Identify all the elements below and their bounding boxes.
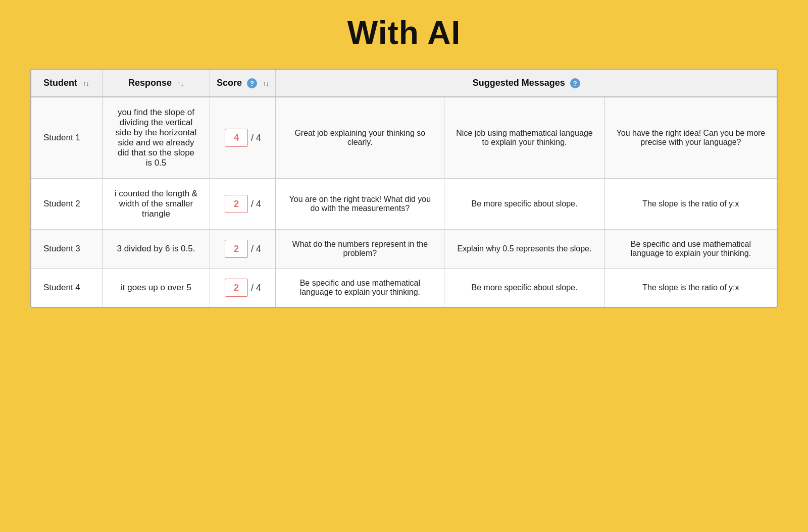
cell-message-4-3[interactable]: The slope is the ratio of y:x [604,269,777,307]
table-row: Student 2i counted the length & width of… [31,179,777,230]
score-box-3: / 4 [225,240,261,258]
cell-message-3-3[interactable]: Be specific and use mathematical languag… [604,230,777,269]
student-sort-icon[interactable]: ↑↓ [83,80,89,87]
cell-student-1: Student 1 [31,97,102,179]
cell-message-3-2[interactable]: Explain why 0.5 represents the slope. [444,230,605,269]
table-row: Student 4it goes up o over 5/ 4Be specif… [31,269,777,307]
cell-message-1-2[interactable]: Nice job using mathematical language to … [444,97,605,179]
cell-message-2-2[interactable]: Be more specific about slope. [444,179,605,230]
cell-student-4: Student 4 [31,269,102,307]
cell-score-4: / 4 [210,269,276,307]
cell-response-3: 3 divided by 6 is 0.5. [102,230,210,269]
cell-student-2: Student 2 [31,179,102,230]
score-denom-2: / 4 [251,199,261,209]
score-box-2: / 4 [225,195,261,213]
cell-message-2-3[interactable]: The slope is the ratio of y:x [604,179,777,230]
cell-message-4-1[interactable]: Be specific and use mathematical languag… [276,269,444,307]
score-denom-4: / 4 [251,283,261,293]
cell-message-1-3[interactable]: You have the right idea! Can you be more… [604,97,777,179]
col-header-score[interactable]: Score ? ↑↓ [210,70,276,97]
col-header-suggested: Suggested Messages ? [276,70,777,97]
score-input-2[interactable] [225,195,248,213]
cell-response-4: it goes up o over 5 [102,269,210,307]
main-table-wrapper: Student ↑↓ Response ↑↓ Score ? ↑↓ Sugges… [30,69,778,308]
page-title: With AI [0,14,808,51]
score-denom-3: / 4 [251,244,261,254]
col-header-student[interactable]: Student ↑↓ [31,70,102,97]
cell-score-1: / 4 [210,97,276,179]
cell-message-3-1[interactable]: What do the numbers represent in the pro… [276,230,444,269]
score-box-1: / 4 [225,129,261,147]
table-row: Student 1you find the slope of dividing … [31,97,777,179]
score-denom-1: / 4 [251,133,261,143]
cell-message-2-1[interactable]: You are on the right track! What did you… [276,179,444,230]
cell-score-2: / 4 [210,179,276,230]
table-body: Student 1you find the slope of dividing … [31,97,777,307]
response-sort-icon[interactable]: ↑↓ [177,80,184,87]
page-header: With AI [0,0,808,64]
cell-student-3: Student 3 [31,230,102,269]
cell-response-2: i counted the length & width of the smal… [102,179,210,230]
score-input-3[interactable] [225,240,248,258]
suggested-info-icon[interactable]: ? [570,78,580,88]
score-input-4[interactable] [225,279,248,297]
cell-message-1-1[interactable]: Great job explaining your thinking so cl… [276,97,444,179]
col-header-response[interactable]: Response ↑↓ [102,70,210,97]
score-box-4: / 4 [225,279,261,297]
cell-score-3: / 4 [210,230,276,269]
score-input-1[interactable] [225,129,248,147]
table-header-row: Student ↑↓ Response ↑↓ Score ? ↑↓ Sugges… [31,70,777,97]
cell-message-4-2[interactable]: Be more specific about slope. [444,269,605,307]
main-table: Student ↑↓ Response ↑↓ Score ? ↑↓ Sugges… [31,70,777,307]
cell-response-1: you find the slope of dividing the verti… [102,97,210,179]
table-row: Student 33 divided by 6 is 0.5./ 4What d… [31,230,777,269]
score-info-icon[interactable]: ? [247,78,257,88]
score-sort-icon[interactable]: ↑↓ [263,80,269,87]
